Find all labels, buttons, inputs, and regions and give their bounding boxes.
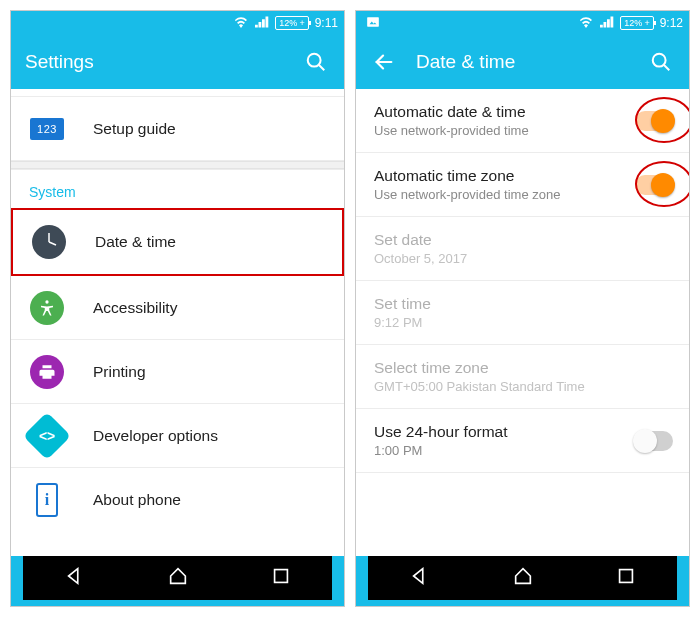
wifi-icon — [233, 16, 249, 31]
svg-point-9 — [653, 54, 666, 67]
setting-subtitle: Use network-provided time — [374, 123, 607, 138]
list-item-auto-time-zone[interactable]: Automatic time zone Use network-provided… — [356, 153, 689, 217]
toggle-auto-time-zone[interactable] — [635, 175, 673, 195]
nav-home-icon[interactable] — [512, 565, 534, 591]
list-item-label: Setup guide — [93, 120, 328, 138]
svg-point-0 — [308, 54, 321, 67]
list-item-label: Printing — [93, 363, 328, 381]
setting-title: Select time zone — [374, 359, 673, 377]
clock-icon — [32, 225, 66, 259]
printing-icon — [30, 355, 64, 389]
toggle-24hour-format[interactable] — [635, 431, 673, 451]
setting-subtitle: October 5, 2017 — [374, 251, 673, 266]
screenshot-icon — [366, 16, 380, 31]
list-item-label: About phone — [93, 491, 328, 509]
app-bar: Date & time — [356, 35, 689, 89]
battery-percent: 12% — [279, 18, 297, 28]
list-item-label: Developer options — [93, 427, 328, 445]
list-item-accessibility[interactable]: Accessibility — [11, 276, 344, 340]
back-arrow-icon[interactable] — [370, 48, 398, 76]
signal-icon — [600, 16, 614, 31]
toggle-auto-date-time[interactable] — [635, 111, 673, 131]
setting-title: Set date — [374, 231, 673, 249]
navigation-bar — [368, 556, 677, 600]
phone-left: 12% + 9:11 Settings 123 Setup guide Syst… — [10, 10, 345, 607]
list-item-developer-options[interactable]: <> Developer options — [11, 404, 344, 468]
search-icon[interactable] — [647, 48, 675, 76]
setting-title: Set time — [374, 295, 673, 313]
search-icon[interactable] — [302, 48, 330, 76]
list-item-printing[interactable]: Printing — [11, 340, 344, 404]
page-title: Date & time — [416, 51, 629, 73]
nav-recent-icon[interactable] — [270, 565, 292, 591]
battery-indicator: 12% + — [275, 16, 308, 30]
phone-right: 12% + 9:12 Date & time Automatic date & … — [355, 10, 690, 607]
navigation-bar — [23, 556, 332, 600]
battery-percent: 12% — [624, 18, 642, 28]
svg-point-5 — [45, 300, 48, 303]
section-divider — [11, 161, 344, 169]
list-item-date-time[interactable]: Date & time — [13, 210, 342, 274]
signal-icon — [255, 16, 269, 31]
section-title-system: System — [11, 169, 344, 208]
date-time-list: Automatic date & time Use network-provid… — [356, 89, 689, 556]
settings-list: 123 Setup guide System Date & time — [11, 89, 344, 556]
status-bar: 12% + 9:12 — [356, 11, 689, 35]
list-item-24hour-format[interactable]: Use 24-hour format 1:00 PM — [356, 409, 689, 473]
svg-line-10 — [664, 65, 670, 71]
setting-subtitle: 1:00 PM — [374, 443, 607, 458]
nav-home-icon[interactable] — [167, 565, 189, 591]
accessibility-icon — [30, 291, 64, 325]
status-clock: 9:12 — [660, 16, 683, 30]
nav-back-icon[interactable] — [409, 565, 431, 591]
setting-subtitle: 9:12 PM — [374, 315, 673, 330]
setting-title: Automatic time zone — [374, 167, 607, 185]
developer-icon: <> — [23, 411, 71, 459]
setting-title: Use 24-hour format — [374, 423, 607, 441]
list-item-label: Date & time — [95, 233, 326, 251]
battery-plus: + — [299, 18, 304, 28]
list-item-setup-guide[interactable]: 123 Setup guide — [11, 97, 344, 161]
status-clock: 9:11 — [315, 16, 338, 30]
setup-badge-icon: 123 — [30, 118, 64, 140]
setting-title: Automatic date & time — [374, 103, 607, 121]
svg-rect-7 — [367, 17, 379, 26]
svg-line-1 — [319, 65, 325, 71]
list-item-auto-date-time[interactable]: Automatic date & time Use network-provid… — [356, 89, 689, 153]
svg-rect-11 — [619, 570, 632, 583]
nav-recent-icon[interactable] — [615, 565, 637, 591]
battery-indicator: 12% + — [620, 16, 653, 30]
nav-back-icon[interactable] — [64, 565, 86, 591]
page-title: Settings — [25, 51, 284, 73]
svg-rect-6 — [274, 570, 287, 583]
wifi-icon — [578, 16, 594, 31]
about-phone-icon: i — [36, 483, 58, 517]
setting-subtitle: Use network-provided time zone — [374, 187, 607, 202]
highlight-date-time: Date & time — [11, 208, 344, 276]
list-item-about-phone[interactable]: i About phone — [11, 468, 344, 532]
list-item-set-date: Set date October 5, 2017 — [356, 217, 689, 281]
list-item-label: Accessibility — [93, 299, 328, 317]
status-bar: 12% + 9:11 — [11, 11, 344, 35]
list-item-select-time-zone: Select time zone GMT+05:00 Pakistan Stan… — [356, 345, 689, 409]
battery-plus: + — [644, 18, 649, 28]
app-bar: Settings — [11, 35, 344, 89]
list-item-set-time: Set time 9:12 PM — [356, 281, 689, 345]
setting-subtitle: GMT+05:00 Pakistan Standard Time — [374, 379, 673, 394]
